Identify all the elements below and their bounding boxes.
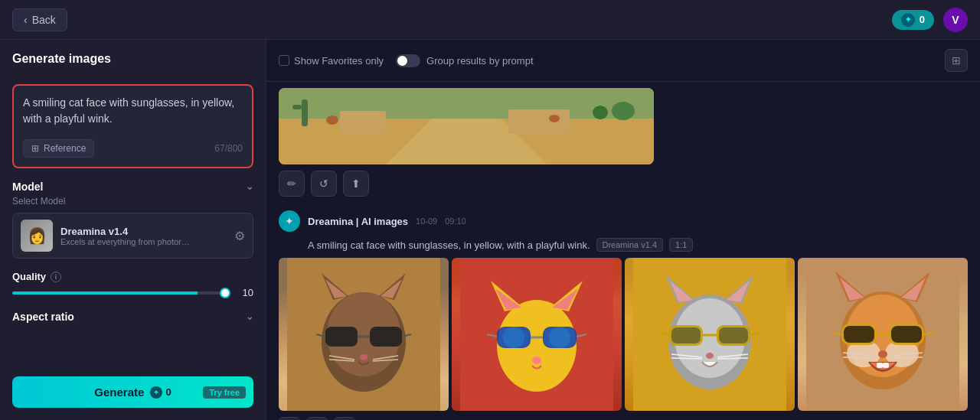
reference-button[interactable]: ⊞ Reference [23,139,94,158]
svg-rect-80 [877,363,883,368]
model-card[interactable]: 👩 Dreamina v1.4 Excels at everything fro… [12,213,253,259]
cat-svg-2 [452,258,622,411]
group-toggle[interactable] [396,54,420,67]
svg-rect-4 [292,105,302,109]
model-settings-icon[interactable]: ⚙ [234,229,245,243]
cat-svg-1 [279,258,449,411]
group-label: Group results by prompt [426,55,533,67]
quality-section: Quality i 10 [12,271,253,298]
save-icon: ⊞ [952,54,961,67]
svg-line-60 [671,358,702,359]
group-toggle-wrap: Group results by prompt [396,54,533,67]
svg-point-10 [593,106,608,119]
svg-point-8 [549,115,560,122]
share-button[interactable]: ⬆ [343,171,369,197]
more-pages-button[interactable]: ••• [334,417,355,420]
svg-point-9 [612,102,635,120]
gen-ratio-badge: 1:1 [669,238,693,252]
app-header: ‹ Back ✦ 0 V [0,0,980,40]
sidebar-title: Generate images [12,52,253,72]
model-description: Excels at everything from photoreali... [60,237,191,246]
next-page-button[interactable]: › [306,417,328,420]
gen-meta: A smiling cat face with sunglasses, in y… [279,236,968,258]
svg-point-43 [549,327,570,348]
generated-image-1[interactable] [279,258,449,411]
gen-date: 10-09 [416,217,437,226]
cat-svg-4 [798,258,968,411]
main-layout: Generate images A smiling cat face with … [0,40,980,420]
aspect-ratio-section: Aspect ratio ⌄ [12,311,253,323]
slider-row: 10 [12,287,253,298]
share-icon: ⬆ [351,177,361,190]
model-info: Dreamina v1.4 Excels at everything from … [60,226,227,246]
toggle-thumb [397,56,407,66]
credit-icon: ✦ [901,13,915,27]
svg-rect-74 [844,326,874,343]
svg-rect-5 [340,111,386,134]
model-chevron-icon[interactable]: ⌄ [246,181,253,192]
gen-avatar: ✦ [279,210,300,232]
cat-svg-3 [625,258,795,411]
svg-rect-18 [325,327,358,347]
aspect-ratio-chevron-icon[interactable]: ⌄ [246,311,253,322]
generate-section: Generate ✦ 0 Try free [12,376,253,408]
pagination-bar: ‹ › ••• [279,411,968,420]
action-bar: ✏ ↺ ⬆ [279,164,968,203]
retry-icon: ↺ [319,177,328,190]
generated-image-3[interactable] [625,258,795,411]
prompt-box[interactable]: A smiling cat face with sunglasses, in y… [12,84,253,168]
char-count: 67/800 [214,143,243,154]
generate-label: Generate [94,386,144,399]
generated-image-4[interactable] [798,258,968,411]
model-name: Dreamina v1.4 [60,226,227,237]
retry-button[interactable]: ↺ [311,171,337,197]
content-header: Show Favorites only Group results by pro… [266,40,980,82]
generated-image-2[interactable] [452,258,622,411]
select-model-label: Select Model [12,196,253,207]
content-area: Show Favorites only Group results by pro… [266,40,980,420]
aspect-ratio-label: Aspect ratio [12,311,74,323]
prev-gen-image [279,88,654,164]
svg-rect-6 [508,109,570,134]
svg-point-42 [503,327,524,348]
edit-button[interactable]: ✏ [279,171,305,197]
avatar[interactable]: V [943,8,968,32]
favorites-filter[interactable]: Show Favorites only [279,55,384,67]
svg-point-79 [878,350,887,358]
quality-slider[interactable] [12,291,230,295]
model-section: Model ⌄ Select Model 👩 Dreamina v1.4 Exc… [12,181,253,259]
gen-prompt: A smiling cat face with sunglasses, in y… [308,239,590,251]
model-section-header: Model ⌄ [12,181,253,193]
desert-scene-svg [279,88,654,164]
model-thumbnail: 👩 [21,220,53,252]
header-right: ✦ 0 V [892,8,968,32]
quality-value: 10 [238,287,253,298]
back-chevron-icon: ‹ [24,14,28,26]
prompt-text: A smiling cat face with sunglasses, in y… [23,95,243,127]
svg-point-7 [326,116,338,125]
back-button[interactable]: ‹ Back [12,8,67,31]
quality-info-icon[interactable]: i [51,272,61,282]
credit-icon-small: ✦ [150,386,162,399]
svg-rect-53 [671,327,701,343]
image-grid [279,258,968,411]
svg-line-62 [717,358,748,359]
generate-button[interactable]: Generate ✦ 0 Try free [12,376,253,408]
credit-badge: ✦ 0 [892,10,934,30]
gen-time: 09:10 [445,217,466,226]
svg-rect-81 [883,363,889,368]
favorites-label: Show Favorites only [294,55,384,67]
svg-rect-3 [302,99,308,126]
generation-entry: ✦ Dreamina | AI images 10-09 09:10 A smi… [279,206,968,420]
credit-count: 0 [920,14,925,25]
prev-page-button[interactable]: ‹ [279,417,300,420]
try-free-badge: Try free [203,386,246,399]
favorites-checkbox[interactable] [279,55,289,66]
content-scroll: ✏ ↺ ⬆ ✦ Dreamina | AI images 10-09 09:10 [266,82,980,420]
gen-source: Dreamina | AI images [308,216,408,227]
gen-model-badge: Dreamina v1.4 [596,238,664,252]
svg-point-58 [706,353,714,359]
svg-rect-75 [891,326,922,343]
generate-credit: ✦ 0 [150,386,171,399]
save-icon-button[interactable]: ⊞ [945,49,968,72]
